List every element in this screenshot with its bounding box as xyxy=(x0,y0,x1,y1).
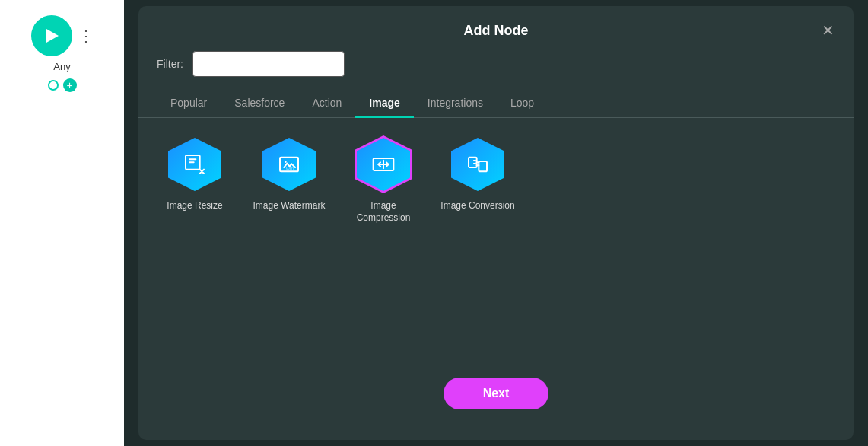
modal-title: Add Node xyxy=(464,23,529,39)
node-name-conversion: Image Conversion xyxy=(440,200,514,212)
svg-rect-5 xyxy=(469,158,477,167)
node-icon-wrapper-compression xyxy=(355,136,412,193)
node-hexagon-resize xyxy=(168,138,221,191)
image-compression-icon xyxy=(371,152,396,177)
play-icon xyxy=(46,29,59,43)
modal-overlay: Add Node ✕ Filter: Popular Salesforce Ac… xyxy=(124,0,868,446)
svg-rect-6 xyxy=(479,161,487,171)
connector-add-button[interactable]: + xyxy=(63,78,77,92)
node-icon-wrapper-resize xyxy=(167,136,223,193)
node-icon-wrapper-watermark: wm xyxy=(261,136,317,193)
tab-image[interactable]: Image xyxy=(355,89,413,118)
node-item-image-resize[interactable]: Image Resize xyxy=(157,136,233,224)
filter-label: Filter: xyxy=(157,58,183,70)
modal-header: Add Node ✕ xyxy=(138,6,854,51)
node-item-image-compression[interactable]: Image Compression xyxy=(345,136,421,224)
tab-integrations[interactable]: Integrations xyxy=(414,89,497,118)
node-icon-wrapper-conversion xyxy=(450,136,506,193)
node-connectors: + xyxy=(48,78,77,92)
node-name-compression: Image Compression xyxy=(345,200,421,224)
add-node-modal: Add Node ✕ Filter: Popular Salesforce Ac… xyxy=(138,6,854,440)
image-watermark-icon: wm xyxy=(277,152,301,177)
node-grid: Image Resize wm Image Watermark xyxy=(138,136,854,224)
node-hexagon-watermark: wm xyxy=(262,138,316,191)
filter-row: Filter: xyxy=(138,51,854,89)
modal-footer: Next xyxy=(138,224,854,417)
tab-loop[interactable]: Loop xyxy=(497,89,548,118)
node-label: Any xyxy=(53,61,70,72)
node-menu-icon[interactable]: ⋮ xyxy=(78,28,94,43)
tab-salesforce[interactable]: Salesforce xyxy=(221,89,298,118)
node-name-watermark: Image Watermark xyxy=(253,200,326,212)
node-item-image-watermark[interactable]: wm Image Watermark xyxy=(251,136,327,224)
close-button[interactable]: ✕ xyxy=(817,20,838,41)
tab-popular[interactable]: Popular xyxy=(157,89,221,118)
filter-input[interactable] xyxy=(192,51,345,77)
node-hexagon-compression xyxy=(357,138,410,191)
node-hexagon-conversion xyxy=(451,138,504,191)
node-name-resize: Image Resize xyxy=(167,200,222,212)
tabs-bar: Popular Salesforce Action Image Integrat… xyxy=(138,89,854,118)
tab-action[interactable]: Action xyxy=(298,89,355,118)
svg-point-2 xyxy=(285,161,287,163)
svg-text:wm: wm xyxy=(285,166,294,171)
sidebar: ⋮ Any + xyxy=(0,0,124,446)
node-item-image-conversion[interactable]: Image Conversion xyxy=(440,136,516,224)
next-button[interactable]: Next xyxy=(444,378,549,409)
image-resize-icon xyxy=(183,152,207,177)
node-selected-border-compression xyxy=(357,138,410,191)
connector-dot xyxy=(48,80,59,91)
image-conversion-icon xyxy=(466,152,490,177)
node-play-button[interactable] xyxy=(31,15,72,56)
